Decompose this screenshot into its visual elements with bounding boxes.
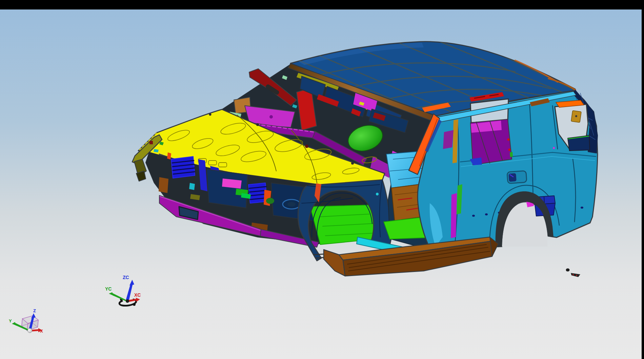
headlamp-opening-inner <box>287 202 296 207</box>
wcs-x-label: XC <box>134 292 141 298</box>
b-pillar-purple-patch <box>443 130 454 149</box>
cyan-sliver <box>189 183 195 190</box>
wcs-y-label: YC <box>105 286 112 292</box>
view-x-label: X <box>40 329 43 334</box>
fender-hole <box>376 193 379 195</box>
orange-accent <box>167 152 171 160</box>
sill-magenta-dot <box>553 147 555 149</box>
right-black-edge <box>642 9 644 359</box>
top-black-bar <box>0 0 644 9</box>
graphics-viewport[interactable]: ZC YC XC Z Y X <box>0 0 644 359</box>
trim-green-chip <box>510 152 513 157</box>
view-y-label: Y <box>9 318 12 323</box>
cad-application-window: ZC YC XC Z Y X <box>0 0 644 359</box>
view-z-label: Z <box>33 308 36 313</box>
grille-block-left[interactable] <box>171 156 195 178</box>
fender-red-chip <box>149 141 153 144</box>
cowl-dot <box>269 115 273 119</box>
view-origin-sphere <box>28 329 32 333</box>
b-pillar-magenta-strip <box>451 193 457 238</box>
wcs-origin[interactable] <box>126 299 129 303</box>
front-navy-panel <box>207 169 247 208</box>
door-handle[interactable] <box>507 171 527 184</box>
wcs-z-label: ZC <box>123 275 129 280</box>
brown-bit <box>159 177 168 193</box>
green-knob <box>266 198 274 204</box>
